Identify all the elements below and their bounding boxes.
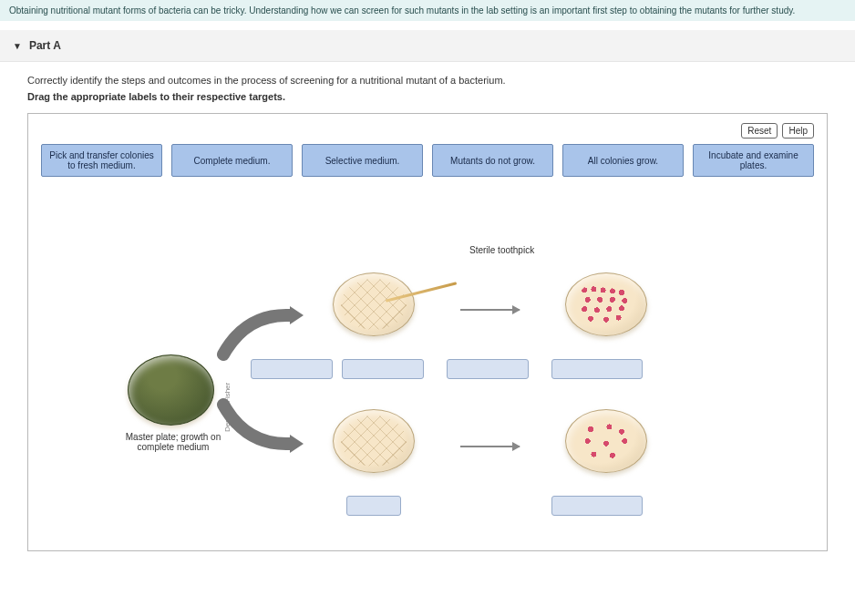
drop-target-bottom-1[interactable] <box>346 496 401 516</box>
question-prompt: Correctly identify the steps and outcome… <box>27 75 828 86</box>
arrow-bottom-icon <box>460 446 520 447</box>
drag-label-pick[interactable]: Pick and transfer colonies to fresh medi… <box>41 144 162 177</box>
reset-button[interactable]: Reset <box>741 123 778 139</box>
drag-pool: Pick and transfer colonies to fresh medi… <box>41 144 814 177</box>
drop-target-top-4[interactable] <box>551 359 643 379</box>
plate-bottom-1-icon <box>333 409 415 473</box>
svg-marker-0 <box>290 306 304 324</box>
drag-label-incubate[interactable]: Incubate and examine plates. <box>693 144 814 177</box>
svg-marker-1 <box>290 435 304 453</box>
master-plate-icon <box>128 354 214 426</box>
drag-label-mutants[interactable]: Mutants do not grow. <box>432 144 553 177</box>
drop-target-top-2[interactable] <box>342 359 424 379</box>
plate-bottom-2-icon <box>565 409 647 473</box>
arrow-top-icon <box>460 309 520 311</box>
plate-top-1-icon <box>333 272 415 336</box>
arrow-up-icon <box>219 304 301 359</box>
work-area: Reset Help Pick and transfer colonies to… <box>27 113 828 551</box>
part-title: Part A <box>29 39 61 52</box>
caret-down-icon: ▼ <box>13 41 22 51</box>
drag-label-complete[interactable]: Complete medium. <box>171 144 293 177</box>
part-header[interactable]: ▼ Part A <box>0 30 855 62</box>
drag-label-all[interactable]: All colonies grow. <box>562 144 684 177</box>
diagram: Master plate; growth on complete medium … <box>41 204 814 532</box>
drop-target-top-3[interactable] <box>447 359 529 379</box>
drag-instruction: Drag the appropriate labels to their res… <box>27 91 828 102</box>
help-button[interactable]: Help <box>782 123 814 139</box>
sterile-toothpick-label: Sterile toothpick <box>469 245 570 255</box>
drop-target-bottom-2[interactable] <box>551 496 643 516</box>
info-bar: Obtaining nutritional mutant forms of ba… <box>0 0 855 21</box>
drop-target-top-1[interactable] <box>251 359 333 379</box>
arrow-down-icon <box>219 400 301 455</box>
plate-top-2-icon <box>565 272 647 336</box>
drag-label-selective[interactable]: Selective medium. <box>302 144 423 177</box>
master-plate-label: Master plate; growth on complete medium <box>114 432 232 452</box>
content-area: Correctly identify the steps and outcome… <box>0 62 855 570</box>
